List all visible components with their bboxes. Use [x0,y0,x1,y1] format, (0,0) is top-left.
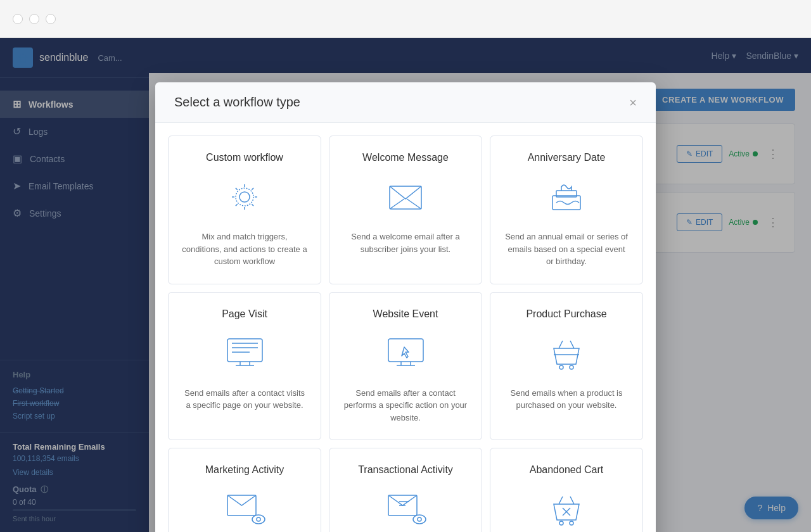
workflow-type-abandoned-cart[interactable]: Abandoned Cart Send an email a [490,448,643,532]
workflow-type-custom[interactable]: Custom workflow Mix and match triggers, … [168,136,321,284]
cake-icon [544,175,589,219]
maximize-window-btn[interactable] [46,14,56,24]
main-content: Help ▾ SendinBlue ▾ Workflows CREATE A N… [149,38,811,532]
workflow-type-name-website-event: Website Event [342,308,469,320]
workflow-type-desc-product-purchase: Send emails when a product is purchased … [503,387,630,412]
window-buttons [13,14,56,24]
svg-point-12 [570,365,573,369]
modal-header: Select a workflow type × [155,82,656,123]
svg-point-2 [236,188,253,206]
workflow-type-desc-custom: Mix and match triggers, conditions, and … [181,231,308,268]
workflow-type-name-abandoned-cart: Abandoned Cart [503,464,630,476]
modal-overlay: Select a workflow type × Custom workflow [0,38,811,532]
svg-rect-6 [227,339,262,362]
svg-point-11 [559,365,563,369]
workflow-type-name-marketing-activity: Marketing Activity [181,464,308,476]
modal-close-button[interactable]: × [629,96,637,109]
workflow-type-modal: Select a workflow type × Custom workflow [155,82,656,532]
workflow-type-product-purchase[interactable]: Product Purchase Send emails when a prod… [490,292,643,441]
basket-x-icon [544,487,589,531]
svg-point-1 [239,192,250,202]
gear-icon [222,175,267,219]
svg-point-19 [418,517,421,521]
workflow-type-page-visit[interactable]: Page Visit Send emails after a contact v… [168,292,321,441]
cursor-monitor-icon [383,331,428,376]
svg-point-20 [559,521,563,525]
workflow-type-website-event[interactable]: Website Event Send emails after a contac… [329,292,482,441]
modal-title: Select a workflow type [174,95,300,110]
svg-point-15 [252,515,265,524]
monitor-icon [222,331,267,376]
workflow-type-welcome[interactable]: Welcome Message Send a welcome email aft… [329,136,482,284]
svg-point-21 [570,521,573,525]
workflow-type-name-custom: Custom workflow [181,152,308,163]
mail-eye-icon [222,487,267,531]
mail-eye2-icon [383,487,428,531]
svg-rect-10 [388,339,423,362]
workflow-type-name-product-purchase: Product Purchase [503,308,630,320]
workflow-type-name-welcome: Welcome Message [342,152,469,163]
workflow-type-transactional-activity[interactable]: Transactional Activity Send an email bas… [329,448,482,532]
workflow-type-anniversary[interactable]: Anniversary Date Send an annual email or… [490,136,643,284]
workflow-type-desc-anniversary: Send an annual email or series of emails… [503,231,630,268]
app-container: sendinblue Cam... ⊞ Workflows ↺ Logs ▣ C… [0,38,811,532]
workflow-type-name-transactional-activity: Transactional Activity [342,464,469,476]
svg-point-16 [257,517,260,521]
workflow-type-grid: Custom workflow Mix and match triggers, … [155,123,656,532]
svg-point-18 [413,515,426,524]
workflow-type-desc-welcome: Send a welcome email after a subscriber … [342,231,469,255]
workflow-type-marketing-activity[interactable]: Marketing Activity Send emails based on … [168,448,321,532]
workflow-type-name-anniversary: Anniversary Date [503,152,630,163]
workflow-type-name-page-visit: Page Visit [181,308,308,320]
window-chrome [0,0,811,38]
minimize-window-btn[interactable] [29,14,39,24]
workflow-type-desc-page-visit: Send emails after a contact visits a spe… [181,387,308,412]
basket-icon [544,331,589,376]
workflow-type-desc-website-event: Send emails after a contact performs a s… [342,387,469,424]
close-window-btn[interactable] [13,14,23,24]
envelope-icon [383,175,428,219]
